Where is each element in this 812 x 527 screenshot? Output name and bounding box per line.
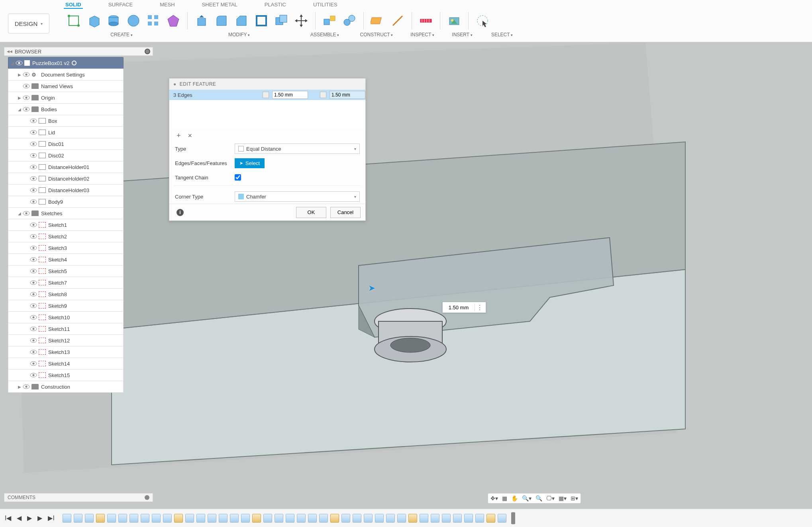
tab-solid[interactable]: SOLID — [64, 0, 83, 9]
timeline-step[interactable] — [152, 514, 161, 523]
tree-item[interactable]: Sketch2 — [8, 230, 124, 242]
timeline-step[interactable] — [263, 514, 272, 523]
fillet-icon[interactable] — [212, 11, 231, 31]
timeline-step[interactable] — [308, 514, 317, 523]
timeline-step[interactable] — [230, 514, 239, 523]
eye-icon[interactable] — [30, 269, 37, 273]
timeline-step[interactable] — [408, 514, 417, 523]
selection-list[interactable] — [169, 100, 365, 130]
group-create[interactable]: CREATE — [64, 32, 179, 40]
timeline-step[interactable] — [464, 514, 473, 523]
select-icon[interactable] — [473, 11, 492, 31]
eye-icon[interactable] — [23, 211, 30, 216]
selection-row[interactable]: 3 Edges — [169, 90, 365, 100]
tree-item[interactable]: DistanceHolder03 — [8, 184, 124, 196]
eye-icon[interactable] — [30, 118, 37, 123]
dimension-menu-icon[interactable]: ⋮ — [475, 304, 484, 311]
lookat-icon[interactable]: ▦ — [502, 495, 507, 501]
timeline-step[interactable] — [174, 514, 183, 523]
eye-icon[interactable] — [30, 246, 37, 250]
tree-item[interactable]: Sketch13 — [8, 346, 124, 358]
joint-icon[interactable] — [339, 11, 359, 31]
timeline-step[interactable] — [364, 514, 373, 523]
tab-sheet-metal[interactable]: SHEET METAL — [200, 0, 239, 9]
eye-icon[interactable] — [30, 176, 37, 181]
eye-icon[interactable] — [23, 72, 30, 77]
timeline-step[interactable] — [397, 514, 406, 523]
timeline-next[interactable]: ▶ — [37, 514, 42, 522]
timeline-step[interactable] — [442, 514, 451, 523]
remove-selection-button[interactable]: × — [188, 132, 192, 140]
eye-icon[interactable] — [23, 84, 30, 88]
tree-item[interactable]: Sketch11 — [8, 323, 124, 335]
type-select[interactable]: Equal Distance — [235, 144, 360, 154]
display-icon[interactable]: 🖵▾ — [546, 495, 555, 501]
timeline-step[interactable] — [74, 514, 82, 523]
assemble-icon[interactable] — [320, 11, 339, 31]
timeline-step[interactable] — [185, 514, 194, 523]
orbit-icon[interactable]: ✥▾ — [490, 495, 498, 501]
timeline-marker[interactable] — [511, 512, 515, 524]
presspull-icon[interactable] — [192, 11, 212, 31]
timeline-step[interactable] — [498, 514, 506, 523]
eye-icon[interactable] — [30, 350, 37, 354]
construct-axis-icon[interactable] — [388, 11, 408, 31]
group-inspect[interactable]: INSPECT — [402, 32, 442, 40]
dialog-title[interactable]: EDIT FEATURE — [169, 79, 365, 90]
timeline-step[interactable] — [96, 514, 105, 523]
construct-plane-icon[interactable] — [368, 11, 388, 31]
tree-item[interactable]: ◢Sketches — [8, 207, 124, 219]
tree-item[interactable]: Sketch1 — [8, 219, 124, 231]
timeline-step[interactable] — [353, 514, 361, 523]
chamfer-icon[interactable] — [231, 11, 251, 31]
select-button[interactable]: Select — [235, 158, 265, 168]
tree-item[interactable]: DistanceHolder01 — [8, 161, 124, 173]
tree-item[interactable]: Disc02 — [8, 149, 124, 161]
browser-settings-icon[interactable] — [145, 49, 150, 54]
tab-surface[interactable]: SURFACE — [107, 0, 134, 9]
timeline-end[interactable]: ▶I — [48, 514, 54, 522]
timeline-step[interactable] — [330, 514, 339, 523]
viewport-dimension-input[interactable]: ⋮ — [442, 302, 486, 313]
timeline-step[interactable] — [319, 514, 328, 523]
eye-icon[interactable] — [30, 361, 37, 366]
group-select[interactable]: SELECT — [482, 32, 522, 40]
distance2-input[interactable] — [330, 91, 365, 99]
timeline-step[interactable] — [85, 514, 94, 523]
box-icon[interactable] — [84, 11, 104, 31]
tree-item[interactable]: Disc01 — [8, 138, 124, 150]
timeline-step[interactable] — [297, 514, 306, 523]
timeline-start[interactable]: I◀ — [5, 514, 11, 522]
timeline-step[interactable] — [486, 514, 495, 523]
timeline-step[interactable] — [275, 514, 283, 523]
measure-icon[interactable] — [416, 11, 436, 31]
timeline-step[interactable] — [141, 514, 149, 523]
timeline-track[interactable] — [63, 512, 515, 524]
tree-item[interactable]: Sketch10 — [8, 311, 124, 323]
pan-icon[interactable]: ✋ — [511, 495, 518, 501]
eye-icon[interactable] — [16, 61, 23, 65]
tree-item[interactable]: ◢Bodies — [8, 103, 124, 115]
tree-item[interactable]: Named Views — [8, 80, 124, 92]
combine-icon[interactable] — [271, 11, 291, 31]
timeline-step[interactable] — [208, 514, 216, 523]
group-insert[interactable]: INSERT — [442, 32, 482, 40]
eye-icon[interactable] — [30, 280, 37, 285]
group-assemble[interactable]: ASSEMBLE — [299, 32, 351, 40]
viewports-icon[interactable]: ⊞▾ — [571, 495, 578, 501]
timeline-step[interactable] — [286, 514, 294, 523]
fit-icon[interactable]: 🔍 — [535, 495, 542, 501]
move-icon[interactable] — [291, 11, 311, 31]
timeline-step[interactable] — [252, 514, 261, 523]
timeline-play[interactable]: ▶ — [27, 514, 32, 522]
eye-icon[interactable] — [30, 222, 37, 227]
pattern-icon[interactable] — [143, 11, 163, 31]
tree-item[interactable]: Sketch12 — [8, 334, 124, 346]
timeline-step[interactable] — [118, 514, 127, 523]
ok-button[interactable]: OK — [296, 207, 326, 218]
cylinder-icon[interactable] — [104, 11, 124, 31]
timeline-step[interactable] — [107, 514, 116, 523]
tree-item[interactable]: Sketch14 — [8, 358, 124, 370]
timeline-prev[interactable]: ◀ — [17, 514, 22, 522]
eye-icon[interactable] — [30, 257, 37, 262]
